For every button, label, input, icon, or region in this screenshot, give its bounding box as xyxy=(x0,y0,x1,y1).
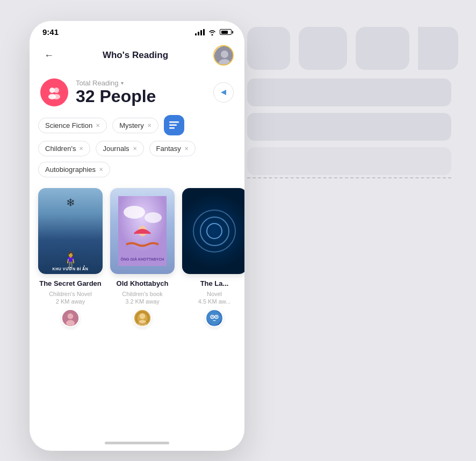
back-arrow-icon: ← xyxy=(44,50,54,61)
reading-label[interactable]: Total Reading ▾ xyxy=(76,79,156,87)
book-illustration-2: ÔNG GIÀ KHOTTABYCH xyxy=(110,188,175,274)
svg-rect-8 xyxy=(169,121,179,123)
placeholder-card-3 xyxy=(356,27,409,70)
tag-childrens[interactable]: Children's ✕ xyxy=(38,141,90,156)
header-title: Who's Reading xyxy=(103,50,168,61)
book-distance-2: 3.2 KM away xyxy=(125,298,160,305)
book-reader-avatar-3 xyxy=(205,309,223,327)
book-distance-3: 4.5 KM aw... xyxy=(198,298,231,305)
svg-text:ÔNG GIÀ KHOTTABYCH: ÔNG GIÀ KHOTTABYCH xyxy=(121,257,164,261)
dropdown-chevron-icon: ▾ xyxy=(121,80,124,86)
reading-text: Total Reading ▾ 32 People xyxy=(76,79,156,106)
tag-label: Science Fiction xyxy=(45,121,92,129)
svg-point-28 xyxy=(212,316,213,317)
book-cover-3 xyxy=(182,188,244,274)
svg-point-20 xyxy=(140,313,146,319)
placeholder-card-1 xyxy=(247,27,290,70)
book-illustration: 🧍‍♀️ xyxy=(61,251,80,269)
book-genre-3: Novel xyxy=(207,291,222,297)
placeholder-card-2 xyxy=(299,27,347,70)
tag-label: Fantasy xyxy=(156,145,181,153)
tag-autobiographies[interactable]: Autobiographies ✕ xyxy=(38,162,110,177)
svg-point-29 xyxy=(216,316,217,317)
user-avatar[interactable] xyxy=(213,45,234,66)
tag-label: Mystery xyxy=(119,121,144,129)
reading-left: Total Reading ▾ 32 People xyxy=(40,78,156,106)
placeholder-card-4 xyxy=(418,27,458,70)
right-panel xyxy=(247,27,458,178)
book-title-3: The La... xyxy=(200,279,229,289)
book-cover-1: 🧍‍♀️ KHU VƯỜN BÍ ẨN xyxy=(38,188,103,274)
reading-count: 32 People xyxy=(76,87,156,106)
tag-remove-icon[interactable]: ✕ xyxy=(99,167,103,172)
placeholder-bar-3 xyxy=(247,147,451,175)
svg-point-1 xyxy=(221,51,228,58)
reading-icon xyxy=(40,78,68,106)
signal-icon xyxy=(195,29,205,35)
book-card-2[interactable]: ÔNG GIÀ KHOTTABYCH Old Khottabych Childr… xyxy=(110,188,175,429)
book-card-1[interactable]: 🧍‍♀️ KHU VƯỜN BÍ ẨN The Secret Garden Ch… xyxy=(38,188,103,429)
tag-remove-icon[interactable]: ✕ xyxy=(79,146,83,152)
status-icons xyxy=(195,29,232,35)
placeholder-row-1 xyxy=(247,27,458,70)
svg-point-4 xyxy=(54,88,59,93)
book-distance-1: 2 KM away xyxy=(56,298,85,305)
svg-point-12 xyxy=(68,313,74,319)
book-illustration-3 xyxy=(182,188,244,274)
tag-remove-icon[interactable]: ✕ xyxy=(133,146,137,152)
battery-icon xyxy=(220,29,232,35)
tag-remove-icon[interactable]: ✕ xyxy=(96,123,100,128)
svg-marker-7 xyxy=(221,90,226,95)
home-indicator xyxy=(105,442,169,444)
send-filter-button[interactable] xyxy=(213,82,234,103)
avatar-image xyxy=(214,46,234,66)
book-reader-avatar-2 xyxy=(133,309,152,327)
tag-label: Journals xyxy=(103,145,129,153)
wifi-icon xyxy=(208,29,217,35)
status-time: 9:41 xyxy=(42,27,59,37)
books-section: 🧍‍♀️ KHU VƯỜN BÍ ẨN The Secret Garden Ch… xyxy=(30,184,244,437)
book-card-3[interactable]: The La... Novel 4.5 KM aw... xyxy=(182,188,244,429)
tag-mystery[interactable]: Mystery ✕ xyxy=(112,118,158,133)
book-genre-2: Children's book xyxy=(122,291,162,297)
tag-science-fiction[interactable]: Science Fiction ✕ xyxy=(38,118,107,133)
placeholder-bar-1 xyxy=(247,78,451,106)
book-genre-1: Children's Novel xyxy=(49,291,92,297)
phone-container: 9:41 ← Who's Reading xyxy=(30,21,244,451)
filter-tags-container: Science Fiction ✕ Mystery ✕ Children's ✕… xyxy=(30,115,244,184)
back-button[interactable]: ← xyxy=(40,47,57,64)
tag-fantasy[interactable]: Fantasy ✕ xyxy=(149,141,196,156)
filter-all-button[interactable] xyxy=(164,115,184,135)
svg-rect-9 xyxy=(169,125,177,126)
tag-remove-icon[interactable]: ✕ xyxy=(184,146,189,152)
svg-point-15 xyxy=(124,206,145,219)
tag-label: Autobiographies xyxy=(45,165,96,174)
tag-label: Children's xyxy=(45,145,76,153)
book-reader-avatar-1 xyxy=(61,309,80,327)
svg-point-16 xyxy=(145,212,162,223)
svg-point-6 xyxy=(53,94,60,99)
svg-rect-10 xyxy=(169,127,175,129)
book-title-1: The Secret Garden xyxy=(39,279,102,289)
book-title-2: Old Khottabych xyxy=(117,279,169,289)
dashed-divider xyxy=(247,177,451,178)
app-header: ← Who's Reading xyxy=(30,41,244,72)
reading-section: Total Reading ▾ 32 People xyxy=(30,72,244,115)
tag-remove-icon[interactable]: ✕ xyxy=(147,123,152,128)
svg-point-13 xyxy=(66,320,75,326)
book-cover-2: ÔNG GIÀ KHOTTABYCH xyxy=(110,188,175,274)
svg-point-23 xyxy=(207,311,221,325)
tag-journals[interactable]: Journals ✕ xyxy=(96,141,143,156)
placeholder-bar-2 xyxy=(247,113,451,141)
status-bar: 9:41 xyxy=(30,21,244,41)
